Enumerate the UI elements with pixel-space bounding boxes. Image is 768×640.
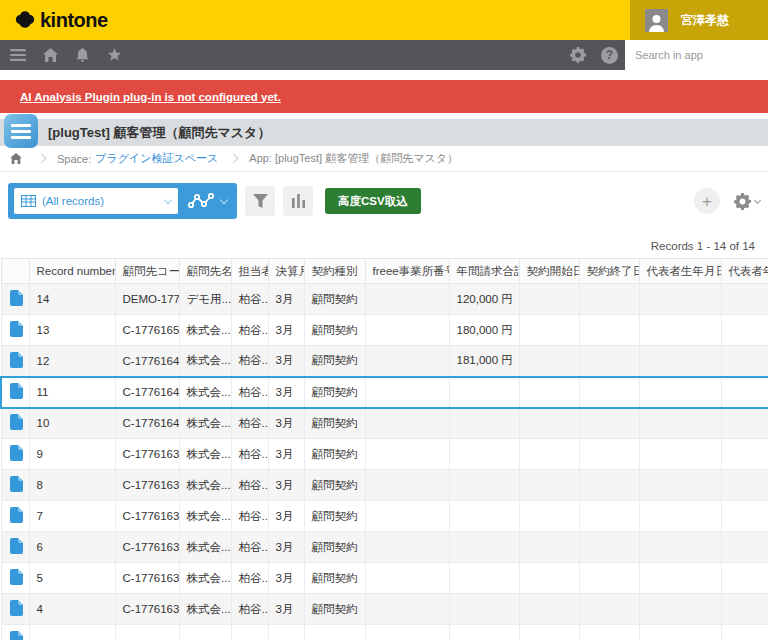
cell-fiscal_month: 3月 [268,501,304,532]
home-icon[interactable] [41,46,59,64]
record-document-icon[interactable] [10,569,23,585]
cell-client_code: C-17761649... [115,346,179,377]
table-row[interactable]: 10C-17761642...株式会...柏谷...3月顧問契約 [1,408,768,439]
column-header[interactable]: 顧問先名 [179,259,231,284]
cell-freee_office_no [365,408,449,439]
column-header[interactable]: freee事業所番号 [365,259,449,284]
cell-client_name: 株式会... [179,501,231,532]
help-icon[interactable]: ? [601,47,618,64]
record-document-icon[interactable] [10,383,23,399]
column-header[interactable]: 契約終了日 [579,259,639,284]
column-header[interactable]: 代表者生年月日 [639,259,721,284]
column-header[interactable]: 契約種別 [304,259,365,284]
view-selector-value: (All records) [42,195,159,207]
table-row[interactable]: 7C-17761635...株式会...柏谷...3月顧問契約 [1,501,768,532]
cell-rep_age [721,315,768,346]
cell-contract_start [519,315,579,346]
table-row[interactable]: 13C-17761658...株式会...柏谷...3月顧問契約180,000 … [1,315,768,346]
app-header-bar: [plugTest] 顧客管理（顧問先マスタ） [0,119,768,146]
cell-contract_type: 顧問契約 [304,284,365,315]
cell-record_number: 6 [29,532,115,563]
table-row[interactable]: 12C-17761649...株式会...柏谷...3月顧問契約181,000 … [1,346,768,377]
column-header[interactable]: 契約開始日 [519,259,579,284]
column-header[interactable]: 年間請求合計 [449,259,519,284]
cell-fiscal_month: 3月 [268,563,304,594]
record-document-icon[interactable] [10,352,23,368]
cell-client_code [115,625,179,640]
table-row[interactable] [1,625,768,640]
cell-rep_age [721,470,768,501]
cell-record_number: 11 [29,377,115,408]
record-document-icon[interactable] [10,600,23,616]
search-input[interactable] [625,40,768,70]
cell-manager: 柏谷... [231,284,268,315]
record-document-icon[interactable] [10,414,23,430]
cell-contract_end [579,625,639,640]
table-row[interactable]: 11C-17761647...株式会...柏谷...3月顧問契約 [1,377,768,408]
plugin-alert-link[interactable]: AI Analysis Plugin plug-in is not config… [20,91,281,103]
record-document-icon[interactable] [10,445,23,461]
cell-freee_office_no [365,501,449,532]
record-document-icon[interactable] [10,538,23,554]
cell-contract_end [579,315,639,346]
record-document-icon[interactable] [10,321,23,337]
record-document-icon[interactable] [10,476,23,492]
notifications-bell-icon[interactable] [73,46,91,64]
cell-manager: 柏谷... [231,470,268,501]
user-menu[interactable]: 宮澤孝慈 [630,0,768,40]
records-summary: Records 1 - 14 of 14 [0,240,768,256]
breadcrumb-home-icon[interactable] [10,153,22,164]
add-record-button[interactable]: + [694,188,720,214]
hamburger-menu-icon[interactable] [9,46,27,64]
cell-record_number: 5 [29,563,115,594]
breadcrumb-space-link[interactable]: プラグイン検証スペース [95,151,218,166]
table-row[interactable]: 14DEMO-1776...デモ用...柏谷...3月顧問契約120,000 円 [1,284,768,315]
column-header[interactable]: 担当者 [231,259,268,284]
list-toolbar: (All records) 高度CSV取込 + [0,183,768,219]
table-row[interactable]: 8C-17761636...株式会...柏谷...3月顧問契約 [1,470,768,501]
toolbar-right: + [694,188,760,214]
cell-annual_total [449,470,519,501]
cell-contract_end [579,563,639,594]
chevron-down-icon [754,196,761,203]
column-header[interactable]: 決算月 [268,259,304,284]
kintone-logo[interactable]: kintone [0,9,108,32]
table-row[interactable]: 5C-17761633...株式会...柏谷...3月顧問契約 [1,563,768,594]
cell-freee_office_no [365,284,449,315]
cell-manager: 柏谷... [231,439,268,470]
cell-rep_birthday [639,625,721,640]
cell-fiscal_month: 3月 [268,315,304,346]
cell-manager: 柏谷... [231,346,268,377]
record-document-icon[interactable] [10,290,23,306]
gear-icon [734,193,751,210]
app-settings-button[interactable] [734,193,760,210]
settings-gear-icon[interactable] [569,46,587,64]
cell-annual_total: 180,000 円 [449,315,519,346]
column-header[interactable]: 代表者年齢 [721,259,768,284]
favorites-star-icon[interactable] [105,46,123,64]
column-header[interactable]: Record number [29,259,115,284]
view-selector-dropdown[interactable]: (All records) [14,188,178,214]
record-list: Record number顧問先コード顧問先名担当者決算月契約種別freee事業… [0,258,768,640]
chart-button[interactable] [283,186,313,216]
cell-rep_birthday [639,470,721,501]
cell-client_name: 株式会... [179,594,231,625]
user-name: 宮澤孝慈 [681,12,729,29]
filter-button[interactable] [245,186,275,216]
advanced-csv-import-button[interactable]: 高度CSV取込 [325,188,421,214]
cell-annual_total [449,501,519,532]
app-icon[interactable] [4,114,38,148]
table-row[interactable]: 9C-17761638...株式会...柏谷...3月顧問契約 [1,439,768,470]
graph-view-button[interactable] [184,192,231,210]
column-header[interactable]: 顧問先コード [115,259,179,284]
table-row[interactable]: 4C-17761633...株式会...柏谷...3月顧問契約 [1,594,768,625]
breadcrumb-separator-icon [37,154,47,164]
cell-rep_birthday [639,377,721,408]
kintone-logo-icon [14,9,36,31]
table-row[interactable]: 6C-17761634...株式会...柏谷...3月顧問契約 [1,532,768,563]
cell-client_name: 株式会... [179,532,231,563]
cell-rep_birthday [639,594,721,625]
record-document-icon[interactable] [10,631,23,640]
record-document-icon[interactable] [10,507,23,523]
cell-freee_office_no [365,563,449,594]
